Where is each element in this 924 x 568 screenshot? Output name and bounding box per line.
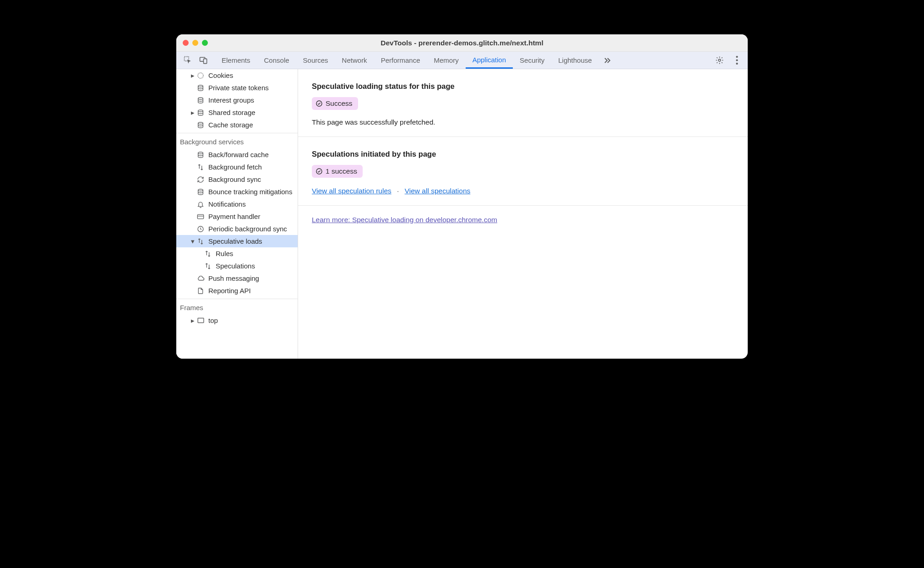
status-badge-label: Success [326,99,353,108]
sidebar-item-label: Periodic background sync [208,225,287,233]
cloud-icon [196,274,205,283]
chevron-right-icon: ▸ [190,71,196,80]
check-circle-icon [315,168,323,175]
database-icon [196,121,205,129]
sidebar-item-notifications[interactable]: Notifications [176,198,298,210]
tab-application[interactable]: Application [466,52,513,69]
chevron-right-icon: ▸ [190,109,196,117]
sidebar: ▸ Cookies Private state tokens Interest … [176,69,298,359]
tab-security[interactable]: Security [513,52,551,69]
tab-performance[interactable]: Performance [374,52,427,69]
tab-sources[interactable]: Sources [296,52,335,69]
more-menu-icon[interactable] [730,54,743,67]
tab-elements[interactable]: Elements [215,52,257,69]
sidebar-item-periodic-sync[interactable]: Periodic background sync [176,223,298,235]
window-controls [183,40,208,46]
speculation-links: View all speculation rules · View all sp… [312,187,734,195]
sidebar-item-label: Speculative loads [208,237,262,245]
sidebar-item-label: Speculations [216,262,255,270]
speculations-badge: 1 success [312,165,363,178]
sidebar-item-label: Background sync [208,175,261,183]
close-window-button[interactable] [183,40,189,46]
inspect-element-icon[interactable] [183,55,193,66]
minimize-window-button[interactable] [192,40,198,46]
sidebar-item-bfcache[interactable]: Back/forward cache [176,148,298,161]
tab-lighthouse[interactable]: Lighthouse [551,52,598,69]
sidebar-item-reporting-api[interactable]: Reporting API [176,284,298,297]
sidebar-item-bounce-tracking[interactable]: Bounce tracking mitigations [176,186,298,198]
tab-memory[interactable]: Memory [427,52,466,69]
card-icon [196,213,205,221]
speculations-heading: Speculations initiated by this page [312,150,734,158]
sidebar-item-background-fetch[interactable]: Background fetch [176,161,298,173]
check-circle-icon [315,100,323,107]
svg-rect-2 [203,59,207,63]
body: ▸ Cookies Private state tokens Interest … [176,69,748,359]
status-description: This page was successfully prefetched. [312,118,734,126]
view-speculations-link[interactable]: View all speculations [405,187,471,195]
cookie-icon [196,71,205,80]
status-heading: Speculative loading status for this page [312,82,734,91]
sidebar-item-label: Notifications [208,200,246,208]
learn-more-section: Learn more: Speculative loading on devel… [298,206,748,234]
divider [176,133,298,133]
sidebar-item-label: Cookies [208,71,233,79]
panel-tabs: Elements Console Sources Network Perform… [215,52,713,69]
sidebar-item-label: Background fetch [208,163,262,171]
learn-more-link[interactable]: Learn more: Speculative loading on devel… [312,216,497,224]
database-icon [196,96,205,104]
arrows-icon [204,262,212,270]
sidebar-item-background-sync[interactable]: Background sync [176,173,298,186]
database-icon [196,109,205,117]
bell-icon [196,200,205,208]
sidebar-item-top-frame[interactable]: ▸ top [176,314,298,327]
device-toggle-icon[interactable] [198,55,208,66]
tab-console[interactable]: Console [257,52,296,69]
svg-point-3 [718,59,721,61]
speculations-badge-label: 1 success [326,167,357,175]
sidebar-item-label: top [208,317,218,324]
sidebar-item-private-state-tokens[interactable]: Private state tokens [176,82,298,94]
divider [176,299,298,299]
sidebar-item-label: Bounce tracking mitigations [208,188,292,196]
sidebar-group-frames: Frames [176,300,298,314]
sidebar-item-interest-groups[interactable]: Interest groups [176,94,298,106]
svg-point-8 [198,85,203,87]
svg-rect-14 [197,214,203,218]
sidebar-item-cookies[interactable]: ▸ Cookies [176,69,298,82]
sidebar-item-label: Shared storage [208,109,255,116]
sidebar-item-label: Push messaging [208,274,259,282]
database-icon [196,151,205,159]
sidebar-item-label: Back/forward cache [208,151,269,158]
svg-point-6 [736,63,738,65]
sidebar-item-speculative-loads[interactable]: ▾ Speculative loads [176,235,298,247]
arrows-icon [196,237,205,246]
speculations-section: Speculations initiated by this page 1 su… [298,137,748,206]
status-section: Speculative loading status for this page… [298,69,748,137]
sidebar-item-label: Interest groups [208,96,254,104]
toolbar: Elements Console Sources Network Perform… [176,52,748,69]
sidebar-item-push-messaging[interactable]: Push messaging [176,272,298,284]
separator: · [397,187,399,195]
titlebar: DevTools - prerender-demos.glitch.me/nex… [176,34,748,52]
svg-point-5 [736,59,738,61]
sidebar-item-shared-storage[interactable]: ▸ Shared storage [176,106,298,119]
settings-icon[interactable] [713,54,726,67]
chevron-down-icon: ▾ [190,237,196,246]
svg-point-13 [198,189,203,191]
svg-point-11 [198,122,203,124]
tab-network[interactable]: Network [335,52,374,69]
maximize-window-button[interactable] [202,40,208,46]
sidebar-item-speculations[interactable]: Speculations [176,260,298,272]
sidebar-item-label: Payment handler [208,213,260,220]
view-rules-link[interactable]: View all speculation rules [312,187,391,195]
sidebar-group-background-services: Background services [176,134,298,148]
sidebar-item-rules[interactable]: Rules [176,247,298,260]
tabs-overflow-icon[interactable] [599,52,615,69]
database-icon [196,84,205,92]
sidebar-item-cache-storage[interactable]: Cache storage [176,119,298,131]
devtools-window: DevTools - prerender-demos.glitch.me/nex… [176,34,748,359]
sidebar-item-payment-handler[interactable]: Payment handler [176,210,298,223]
sidebar-item-label: Reporting API [208,287,251,295]
window-title: DevTools - prerender-demos.glitch.me/nex… [176,39,748,47]
